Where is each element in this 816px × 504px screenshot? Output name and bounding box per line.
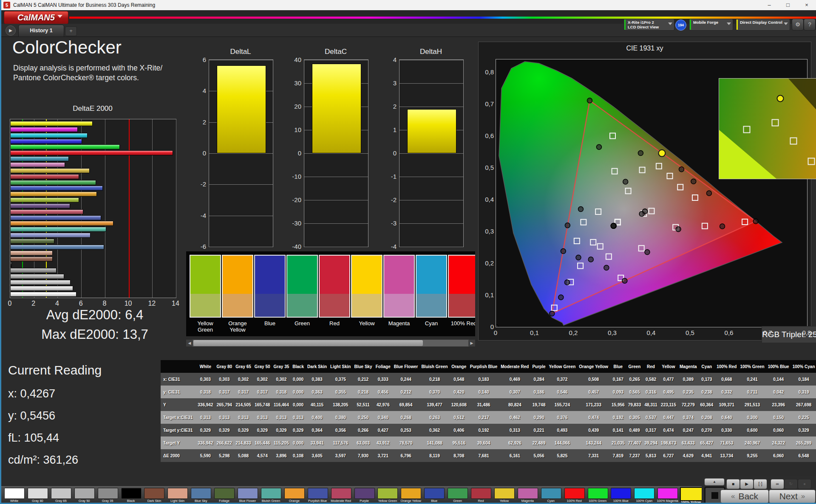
minimize-button[interactable]: –: [760, 0, 779, 10]
patch-button-yellow-green[interactable]: Yellow Green: [376, 487, 399, 504]
add-tab-button[interactable]: +: [65, 26, 77, 36]
patch-label: Purplish Blue: [306, 499, 329, 503]
table-cell: 223,115: [659, 398, 678, 411]
close-button[interactable]: ×: [797, 0, 816, 10]
swatch-measured-color: [416, 294, 446, 317]
record-button-disabled: ●: [798, 479, 811, 489]
back-button[interactable]: « Back: [720, 490, 769, 503]
table-cell: 171,233: [577, 398, 610, 411]
stop-button[interactable]: ■: [726, 479, 740, 489]
swatch-cyan: [416, 255, 447, 318]
table-col-header: Gray 35: [272, 360, 291, 373]
patch-button-black[interactable]: Black: [119, 487, 143, 504]
patch-button-gray-35[interactable]: Gray 35: [96, 487, 119, 504]
table-cell: 3,896: [272, 449, 291, 462]
patch-button-100-magenta[interactable]: 100% Magenta: [656, 487, 679, 504]
table-cell: 0,329: [234, 424, 253, 436]
deltac-tick-label: 20: [287, 103, 301, 110]
deltae-bar-yellow-green: [10, 197, 79, 203]
deltae-axis-label: 6: [79, 300, 83, 307]
deltae-gridline: [152, 119, 153, 298]
patch-button-light-skin[interactable]: Light Skin: [166, 487, 189, 504]
help-button[interactable]: ?: [804, 19, 816, 31]
patch-button-cyan[interactable]: Cyan: [539, 487, 563, 504]
patch-label: 100% Blue: [609, 499, 632, 503]
meter-dropdown-source[interactable]: Mobile Forge: [689, 19, 733, 31]
expand-panel-button[interactable]: ▲: [704, 478, 725, 486]
deltah-gridline: [400, 177, 463, 177]
patch-color-chip: [518, 488, 538, 499]
measured-circle: [596, 144, 601, 149]
deltae-bar-100-cyan: [10, 133, 88, 138]
patch-label: Gray 65: [49, 499, 73, 503]
table-row: y: CIE310,3180,3170,3170,3170,3180,0000,…: [161, 386, 816, 398]
swatch-scrollbar[interactable]: ◀ ▶: [186, 340, 475, 346]
patch-label: 100% Green: [586, 499, 609, 503]
maximize-button[interactable]: □: [779, 0, 797, 10]
step-button[interactable]: [·]: [754, 479, 767, 489]
patch-button-100-cyan[interactable]: 100% Cyan: [632, 487, 656, 504]
meter-dropdown-i1pro[interactable]: X-Rite i1Pro 2 LCD Direct View: [623, 19, 674, 31]
patch-button-green[interactable]: Green: [446, 487, 469, 504]
measured-circle: [561, 249, 566, 254]
swatch-label: Red: [319, 320, 350, 327]
patch-button-100-green[interactable]: 100% Green: [586, 487, 609, 504]
table-cell: 0,317: [643, 424, 659, 436]
patch-button-purple[interactable]: Purple: [353, 487, 376, 504]
patch-button-bluish-green[interactable]: Bluish Green: [259, 487, 283, 504]
table-cell: 0,266: [352, 424, 374, 436]
patch-button-moderate-red[interactable]: Moderate Red: [329, 487, 353, 504]
patch-button-magenta[interactable]: Magenta: [516, 487, 539, 504]
patch-button-orange[interactable]: Orange: [283, 487, 306, 504]
inset-target-square: [790, 137, 797, 144]
patch-button-gray-50[interactable]: Gray 50: [73, 487, 96, 504]
deltae-bar-black: [10, 262, 12, 267]
patch-button-blue-sky[interactable]: Blue Sky: [189, 487, 212, 504]
patch-button-100-red[interactable]: 100% Red: [563, 487, 586, 504]
tab-scroll-button[interactable]: ▶: [6, 25, 16, 36]
cie-x-tick-label: 0,1: [530, 329, 539, 336]
patch-button-blue[interactable]: Blue: [422, 487, 446, 504]
deltae-chart-title: DeltaE 2000: [10, 104, 176, 113]
patch-button-blue-flower[interactable]: Blue Flower: [236, 487, 259, 504]
table-cell: 7,681: [468, 449, 499, 462]
meter-dropdown-display-control[interactable]: Direct Display Control: [736, 19, 790, 31]
patch-button-gray-80[interactable]: Gray 80: [26, 487, 49, 504]
measured-circle: [564, 280, 570, 285]
table-cell: 336,942: [196, 398, 215, 411]
cie-y-tick-label: 0,4: [479, 196, 494, 203]
patch-button-yellow[interactable]: Yellow: [493, 487, 516, 504]
swatch-magenta: [383, 255, 415, 318]
table-cell: 77,407: [626, 436, 643, 449]
patch-button-white[interactable]: White: [3, 487, 26, 504]
tab-history-1[interactable]: History 1: [18, 25, 64, 37]
deltae-bar-cyan: [10, 156, 69, 161]
deltae-bar-purplish-blue: [10, 215, 101, 220]
table-cell: 0,332: [715, 386, 738, 398]
swatch-measured-color: [255, 294, 285, 317]
table-cell: 0,329: [291, 424, 306, 436]
scroll-left-button[interactable]: ◀: [186, 340, 193, 346]
patch-button-100-blue[interactable]: 100% Blue: [609, 487, 632, 504]
patch-button-gray-65[interactable]: Gray 65: [49, 487, 73, 504]
loop-button[interactable]: ∞: [771, 479, 784, 489]
table-cell: 0,141: [610, 424, 626, 436]
settings-button[interactable]: ⚙: [792, 19, 804, 31]
play-button[interactable]: ▶: [740, 479, 754, 489]
scrollbar-thumb[interactable]: [193, 340, 423, 346]
patch-label: 100% Red: [563, 499, 586, 503]
patch-button-red[interactable]: Red: [469, 487, 493, 504]
patch-button-foliage[interactable]: Foliage: [212, 487, 236, 504]
patch-button-dark-skin[interactable]: Dark Skin: [142, 487, 166, 504]
table-cell: 5,825: [547, 449, 578, 462]
deltae-bar-orange-yellow: [10, 191, 97, 197]
patch-color-chip: [564, 488, 585, 499]
patch-button-orange-yellow[interactable]: Orange Yellow: [399, 487, 422, 504]
patch-button-purplish-blue[interactable]: Purplish Blue: [306, 487, 329, 504]
next-button[interactable]: Next »: [769, 490, 816, 503]
scroll-right-button[interactable]: ▶: [468, 340, 475, 346]
table-cell: 0,302: [253, 373, 272, 386]
table-cell: 0,333: [374, 373, 392, 386]
patch-button-100-yellow[interactable]: 100% Yellow: [679, 487, 703, 504]
table-col-header: Green: [626, 360, 643, 373]
